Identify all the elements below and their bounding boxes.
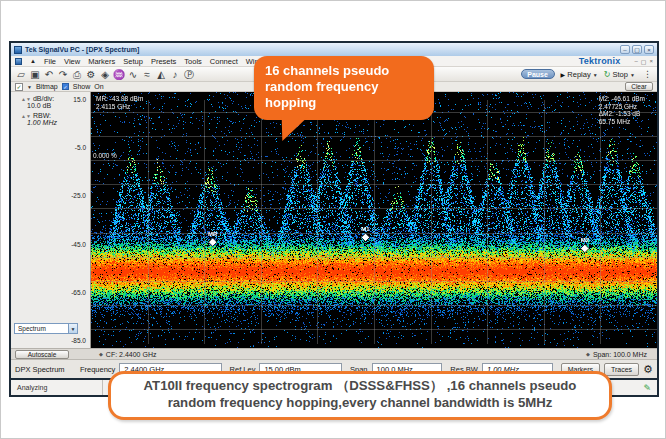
traces-panel-button[interactable]: Traces [604,363,639,376]
trace-math-icon[interactable]: ≈ [140,68,154,81]
toolbar-icons: ▱▣↶↷⎙⚙◈♒∿≈◭♪Ⓟ [14,68,196,81]
title-bar[interactable]: Tek SignalVu PC - [DPX Spectrum] – ▢ × [11,43,657,56]
print-icon[interactable]: ⎙ [70,68,84,81]
play-icon: ▶ [561,72,566,78]
readout-line: 65.75 MHz [599,118,645,126]
callout-bubble-tail [278,117,307,141]
trace-mode-label[interactable]: Bitmap [36,83,58,90]
restore-button[interactable]: ▢ [632,45,642,54]
close-button[interactable]: × [644,45,654,54]
trace-mode-dropdown-icon[interactable]: ▼ [27,84,32,90]
combo-dropdown-icon[interactable]: ▼ [68,324,77,333]
menu-tools[interactable]: Tools [184,57,202,66]
replay-button[interactable]: ▶ Replay ▼ [561,70,598,79]
autoscale-button[interactable]: Autoscale [15,350,69,359]
window-controls: – ▢ × [620,45,654,54]
spectrum-bitmap-canvas[interactable] [91,92,657,348]
spinner-icon[interactable]: ▲▼ [21,113,31,119]
trace-select-icon[interactable]: ✓ [15,83,23,91]
settings-panel: ▲▼ dB/div: 10.0 dB ▲▼ RBW: 1.00 MHz 15.0… [11,92,91,348]
readout-line: M2: -46.61 dBm [599,95,645,103]
marker-2-readout: M2: -46.61 dBm2.47725 GHzΔM2: -1.53 dB65… [599,95,645,125]
callout-bubble: 16 channels pseudo random frequency hopp… [254,56,434,120]
save-icon[interactable]: ▣ [28,68,42,81]
waterfall-icon[interactable]: ◭ [154,68,168,81]
marker-p-icon[interactable]: Ⓟ [182,68,196,81]
redo-icon[interactable]: ↷ [56,68,70,81]
dpx-spectrum-plot[interactable]: MR: -43.98 dBm2.4115 GHz M2: -46.61 dBm2… [91,92,657,348]
marker-reference-readout: MR: -43.98 dBm2.4115 GHz [96,95,143,110]
menu-setup[interactable]: Setup [123,57,143,66]
transport-controls: Pause ▶ Replay ▼ ↻ Stop ▼ ⋮ [521,69,654,79]
menu-presets[interactable]: Presets [151,57,176,66]
main-area: ▲▼ dB/div: 10.0 dB ▲▼ RBW: 1.00 MHz 15.0… [11,92,657,348]
stop-dropdown-icon[interactable]: ▼ [630,72,635,78]
pause-button[interactable]: Pause [521,69,555,79]
trace-type-combo[interactable]: Spectrum ▼ [14,323,78,334]
mdi-restore-icon[interactable]: ▢ [641,58,647,65]
marker-pen-icon: ✎ [643,383,651,393]
rbw-value[interactable]: 1.00 MHz [21,119,90,126]
y-tick-label: -25.0 [46,192,86,199]
app-icon [14,46,22,54]
menu-connect[interactable]: Connect [210,57,238,66]
minimize-button[interactable]: – [620,45,630,54]
y-tick-label: -85.0 [46,337,86,344]
on-label: On [94,83,103,90]
tektronix-logo: Tektronix [579,56,621,66]
menu-markers[interactable]: Markers [88,57,115,66]
menu-file[interactable]: File [44,57,56,66]
show-label: Show [73,83,91,90]
mdi-close-icon[interactable]: × [649,58,653,65]
y-tick-label: -45.0 [46,241,86,248]
readout-line: MR: -43.98 dBm [96,95,143,103]
mdi-window-controls[interactable]: –▢× [634,58,653,65]
acquisition-status: Analyzing [11,380,103,395]
diamond-icon: ◆ [586,351,590,357]
more-options-icon[interactable]: ⋮ [643,69,652,79]
settings-gear-icon[interactable]: ⚙ [84,68,98,81]
rbw-setting[interactable]: ▲▼ RBW: 1.00 MHz [11,109,90,126]
frequency-annotation-row: Autoscale ◆ CF: 2.4400 GHz ◆ Span: 100.0… [11,348,657,359]
y-tick-label: 15.0 [46,96,86,103]
clear-button[interactable]: Clear [625,82,653,91]
app-menu-arrow-icon[interactable]: ▲ [30,58,36,64]
spinner-icon[interactable]: ▲▼ [21,96,31,102]
shield-icon[interactable]: ◈ [98,68,112,81]
mdi-child-icon[interactable] [15,58,22,65]
caption-box: AT10II frequency spectrogram （DSSS&FHSS）… [108,371,612,420]
screenshot-page: Tek SignalVu PC - [DPX Spectrum] – ▢ × ▲… [0,0,666,439]
db-div-value[interactable]: 10.0 dB [21,102,90,109]
diamond-icon: ◆ [99,351,103,357]
trigger-percent-label: 0.000 % [93,152,117,159]
spectrum-display-icon[interactable]: ♒ [112,68,126,81]
stop-button[interactable]: ↻ Stop ▼ [604,70,635,79]
show-checkbox[interactable]: ✓ [62,83,69,90]
undo-icon[interactable]: ↶ [42,68,56,81]
trace-waveform-icon[interactable]: ∿ [126,68,140,81]
y-tick-label: -5.0 [46,144,86,151]
mdi-minimize-icon[interactable]: – [634,58,637,65]
audio-icon[interactable]: ♪ [168,68,182,81]
replay-dropdown-icon[interactable]: ▼ [593,72,598,78]
stop-icon: ↻ [604,70,611,79]
rbw-label: RBW: [33,112,51,119]
window-title: Tek SignalVu PC - [DPX Spectrum] [25,46,139,53]
y-tick-label: -65.0 [46,289,86,296]
frequency-label: Frequency [80,365,115,374]
center-frequency-label: ◆ CF: 2.4400 GHz [99,351,156,358]
readout-line: ΔM2: -1.53 dB [599,110,645,118]
view-name-label: DPX Spectrum [15,365,76,374]
open-folder-icon[interactable]: ▱ [14,68,28,81]
settings-gear-icon[interactable]: ⚙ [643,363,653,376]
callout-bubble-text: 16 channels pseudo random frequency hopp… [265,63,389,110]
span-annotation-label: ◆ Span: 100.0 MHz [586,351,647,358]
menu-view[interactable]: View [64,57,80,66]
readout-line: 2.4115 GHz [96,103,143,111]
caption-line-1: AT10II frequency spectrogram （DSSS&FHSS）… [123,378,597,395]
caption-line-2: random frequency hopping,every channel b… [123,395,597,412]
readout-line: 2.47725 GHz [599,103,645,111]
